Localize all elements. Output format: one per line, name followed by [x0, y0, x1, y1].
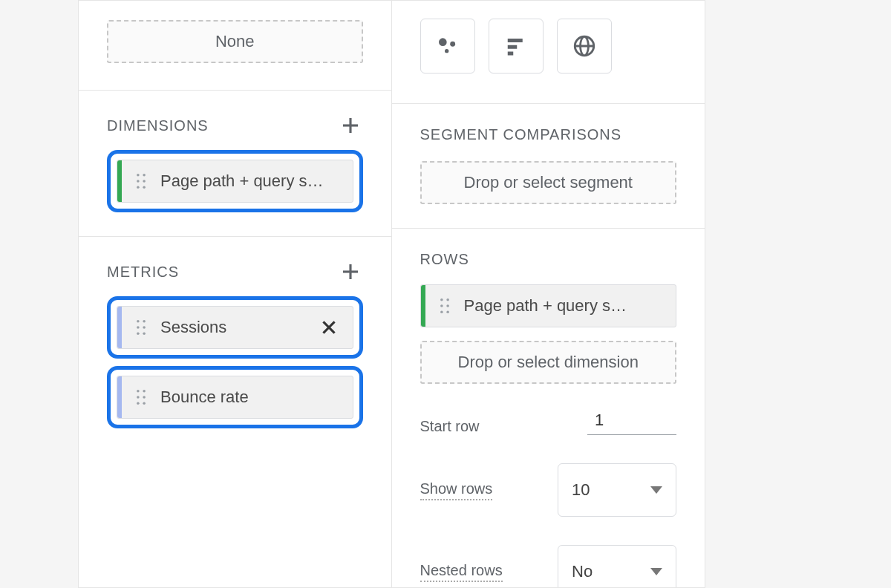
svg-point-18: [137, 390, 140, 393]
scatter-icon: [436, 34, 460, 58]
svg-point-19: [143, 390, 146, 393]
remove-metric-button[interactable]: [313, 318, 345, 337]
segment-comparisons-title: SEGMENT COMPARISONS: [420, 126, 677, 143]
start-row-field: Start row: [420, 406, 677, 435]
segments-section: None: [79, 1, 391, 91]
add-metric-button[interactable]: [338, 259, 363, 284]
show-rows-select[interactable]: 10: [558, 463, 676, 517]
svg-point-11: [143, 320, 146, 323]
svg-rect-28: [507, 45, 517, 49]
drag-handle-icon[interactable]: [132, 173, 150, 189]
svg-point-24: [439, 38, 447, 46]
dimensions-title: DIMENSIONS: [107, 117, 209, 134]
dimension-highlight: Page path + query s…: [107, 150, 363, 212]
bar-icon: [505, 35, 527, 57]
svg-point-7: [143, 186, 146, 189]
show-rows-value: 10: [572, 480, 590, 500]
segment-comparisons-section: SEGMENT COMPARISONS Drop or select segme…: [392, 104, 705, 229]
svg-point-20: [137, 396, 140, 399]
rows-title: ROWS: [420, 251, 677, 268]
start-row-label: Start row: [420, 418, 480, 435]
close-icon: [319, 318, 339, 337]
svg-marker-37: [650, 568, 662, 575]
row-dimension-chip[interactable]: Page path + query s…: [420, 284, 677, 327]
plus-icon: [339, 114, 362, 137]
row-dropzone[interactable]: Drop or select dimension: [420, 341, 677, 384]
svg-point-10: [137, 320, 140, 323]
drag-handle-icon[interactable]: [132, 319, 150, 336]
viz-bar-button[interactable]: [489, 19, 544, 74]
svg-point-35: [446, 310, 449, 313]
svg-point-25: [450, 42, 455, 47]
chevron-down-icon: [650, 568, 662, 575]
none-label: None: [215, 32, 255, 51]
start-row-input[interactable]: [587, 406, 676, 435]
row-chip-label: Page path + query s…: [464, 296, 657, 316]
svg-point-6: [137, 186, 140, 189]
metric-chip-sessions[interactable]: Sessions: [117, 306, 353, 349]
metric-highlight-0: Sessions: [107, 296, 363, 359]
svg-point-13: [143, 326, 146, 329]
svg-point-32: [440, 304, 443, 307]
dimension-chip[interactable]: Page path + query s…: [117, 160, 353, 203]
metric-highlight-1: Bounce rate: [107, 366, 363, 428]
metrics-section: METRICS Sessions: [79, 237, 391, 452]
globe-icon: [572, 33, 597, 59]
dimensions-header: DIMENSIONS: [107, 113, 363, 138]
svg-point-2: [137, 174, 140, 177]
dimension-stripe: [117, 160, 122, 202]
visualization-row: [392, 1, 705, 104]
drag-handle-icon[interactable]: [436, 298, 454, 314]
show-rows-field: Show rows 10: [420, 463, 677, 517]
row-drop-label: Drop or select dimension: [458, 353, 639, 372]
svg-point-3: [143, 174, 146, 177]
svg-rect-27: [507, 39, 522, 42]
svg-point-21: [143, 396, 146, 399]
svg-point-12: [137, 326, 140, 329]
nested-rows-field: Nested rows No: [420, 545, 677, 588]
dimensions-section: DIMENSIONS Page path + query s…: [79, 91, 391, 237]
nested-rows-select[interactable]: No: [558, 545, 676, 588]
row-stripe: [421, 285, 425, 327]
metric-chip-label: Bounce rate: [160, 388, 345, 407]
svg-point-33: [446, 304, 449, 307]
viz-geo-button[interactable]: [557, 19, 612, 74]
svg-point-23: [143, 402, 146, 405]
segment-dropzone[interactable]: Drop or select segment: [420, 161, 677, 204]
metrics-header: METRICS: [107, 259, 363, 284]
add-dimension-button[interactable]: [338, 113, 363, 138]
svg-point-14: [137, 332, 140, 335]
dimension-chip-label: Page path + query s…: [160, 172, 339, 191]
variables-panel: None DIMENSIONS Page path + query s…: [79, 1, 392, 587]
rows-section: ROWS Page path + query s… Drop or select…: [392, 229, 705, 588]
svg-point-15: [143, 332, 146, 335]
show-rows-label: Show rows: [420, 480, 493, 500]
drag-handle-icon[interactable]: [132, 389, 150, 405]
metric-chip-label: Sessions: [160, 318, 313, 337]
svg-point-5: [143, 180, 146, 183]
metric-chip-bouncerate[interactable]: Bounce rate: [117, 376, 353, 419]
metrics-title: METRICS: [107, 264, 179, 281]
chevron-down-icon: [650, 486, 662, 494]
svg-point-30: [440, 298, 443, 301]
viz-scatter-button[interactable]: [420, 19, 475, 74]
none-dropzone[interactable]: None: [107, 20, 363, 63]
segment-drop-label: Drop or select segment: [464, 173, 633, 192]
svg-marker-36: [650, 486, 662, 494]
metric-stripe: [117, 376, 122, 418]
metric-stripe: [117, 307, 122, 348]
plus-icon: [339, 261, 362, 283]
nested-rows-value: No: [572, 562, 593, 581]
nested-rows-label: Nested rows: [420, 562, 503, 582]
svg-point-31: [446, 298, 449, 301]
svg-point-22: [137, 402, 140, 405]
svg-point-4: [137, 180, 140, 183]
config-frame: None DIMENSIONS Page path + query s…: [78, 0, 705, 588]
svg-rect-29: [507, 52, 513, 56]
svg-point-26: [445, 49, 448, 53]
tab-settings-panel: SEGMENT COMPARISONS Drop or select segme…: [392, 1, 705, 587]
svg-point-34: [440, 310, 443, 313]
